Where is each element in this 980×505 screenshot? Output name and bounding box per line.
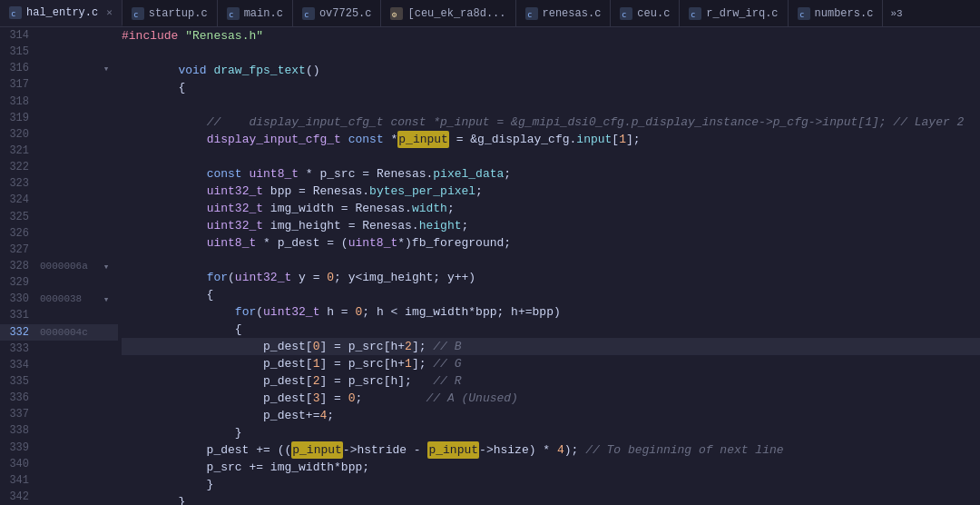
c-file-icon: c	[798, 7, 810, 20]
line-number-317: 317	[0, 78, 36, 91]
svg-text:c: c	[691, 10, 695, 19]
tab-renesas[interactable]: c renesas.c	[516, 0, 612, 26]
addr-330: 0000038	[36, 293, 100, 304]
c-file-icon: c	[302, 7, 315, 20]
gutter-row-336: 336	[0, 390, 118, 406]
code-line-336: p_dest+=4;	[122, 407, 980, 424]
gutter-row-326: 326	[0, 225, 118, 242]
gutter-row-316: 316 ▾	[0, 60, 118, 76]
tab-ov7725[interactable]: c ov7725.c	[293, 0, 382, 26]
gutter-row-323: 323	[0, 175, 118, 192]
tab-ceu-ek-ra8d[interactable]: ⚙ [ceu_ek_ra8d...	[381, 0, 515, 26]
line-number-335: 335	[0, 375, 36, 388]
c-file-icon: c	[227, 7, 240, 20]
code-line-341: }	[122, 493, 980, 505]
code-line-337: }	[122, 424, 980, 441]
tab-startup[interactable]: c startup.c	[122, 0, 218, 26]
svg-text:⚙: ⚙	[391, 10, 397, 19]
code-line-317: {	[122, 79, 980, 96]
line-number-334: 334	[0, 359, 36, 371]
fold-328[interactable]: ▾	[100, 261, 113, 272]
svg-text:c: c	[229, 10, 233, 19]
tab-ceu-label: [ceu_ek_ra8d...	[407, 7, 505, 20]
gutter-row-342: 342	[0, 489, 118, 505]
code-line-316: void draw_fps_text()	[122, 62, 980, 79]
gutter-row-319: 319	[0, 110, 118, 126]
gutter-row-341: 341	[0, 472, 118, 489]
code-line-334: p_dest[2] = p_src[h]; // R	[122, 372, 980, 390]
tab-main-label: main.c	[244, 7, 283, 20]
code-line-319: // display_input_cfg_t const *p_input = …	[122, 114, 980, 131]
addr-328: 0000006a	[36, 261, 100, 272]
c-file-icon: c	[132, 7, 144, 20]
highlight-p-input-338a: p_input	[291, 441, 343, 459]
gutter-row-332: 332 0000004c	[0, 324, 118, 341]
gutter-row-314: 314	[0, 27, 118, 44]
c-file-icon: c	[620, 7, 632, 20]
svg-text:c: c	[133, 10, 138, 19]
c-file-icon: c	[525, 7, 538, 20]
code-line-331: {	[122, 321, 980, 338]
gutter-row-338: 338	[0, 422, 118, 439]
tab-hal-entry[interactable]: c hal_entry.c ✕	[0, 0, 122, 26]
code-line-340: }	[122, 476, 980, 493]
code-line-333: p_dest[1] = p_src[h+1]; // G	[122, 355, 980, 372]
gutter-row-325: 325	[0, 209, 118, 225]
editor: 314 315 316 ▾ 317	[0, 27, 980, 505]
svg-text:c: c	[622, 10, 626, 19]
gutter-row-334: 334	[0, 357, 118, 373]
tab-startup-label: startup.c	[149, 7, 208, 20]
gutter-row-322: 322	[0, 159, 118, 175]
code-line-339: p_src += img_width*bpp;	[122, 459, 980, 476]
code-line-324: uint32_t img_width = Renesas.width;	[122, 200, 980, 217]
highlight-p-input-338b: p_input	[427, 441, 479, 459]
tab-main[interactable]: c main.c	[218, 0, 293, 26]
fold-316[interactable]: ▾	[100, 63, 113, 74]
gutter-row-339: 339	[0, 440, 118, 456]
tab-renesas-label: renesas.c	[543, 7, 602, 20]
fold-330[interactable]: ▾	[100, 293, 113, 305]
code-line-322: const uint8_t * p_src = Renesas.pixel_da…	[122, 165, 980, 183]
tab-hal-entry-close[interactable]: ✕	[106, 6, 113, 18]
code-line-329: {	[122, 286, 980, 303]
gutter-row-340: 340	[0, 456, 118, 472]
tab-ceu[interactable]: c ceu.c	[611, 0, 680, 26]
line-number-338: 338	[0, 424, 36, 437]
code-line-328: for(uint32_t y = 0; y<img_height; y++)	[122, 269, 980, 286]
code-line-318	[122, 96, 980, 114]
tab-ov7725-label: ov7725.c	[319, 7, 372, 20]
gutter-row-335: 335	[0, 373, 118, 390]
gutter-row-328: 328 0000006a ▾	[0, 258, 118, 274]
gutter-row-315: 315	[0, 44, 118, 60]
gutter-row-331: 331	[0, 307, 118, 323]
code-line-330: for(uint32_t h = 0; h < img_width*bpp; h…	[122, 303, 980, 321]
code-line-338: p_dest += ((p_input->hstride - p_input->…	[122, 441, 980, 459]
line-number-342: 342	[0, 490, 36, 503]
line-number-319: 319	[0, 112, 36, 124]
tab-r-drw-irq[interactable]: c r_drw_irq.c	[680, 0, 788, 26]
tab-hal-entry-label: hal_entry.c	[26, 6, 98, 19]
highlight-p-input-320: p_input	[397, 131, 449, 148]
line-number-321: 321	[0, 144, 36, 157]
line-number-330: 330	[0, 292, 36, 305]
svg-text:c: c	[527, 10, 532, 19]
line-number-337: 337	[0, 408, 36, 421]
tab-overflow-label: »3	[890, 8, 902, 19]
window: c hal_entry.c ✕ c startup.c c main.c c	[0, 0, 980, 505]
code-line-326: uint8_t * p_dest = (uint8_t*)fb_foregrou…	[122, 234, 980, 252]
gutter-row-324: 324	[0, 192, 118, 208]
svg-text:c: c	[799, 10, 804, 19]
tab-numbers[interactable]: c numbers.c	[789, 0, 884, 26]
code-line-332: p_dest[0] = p_src[h+2]; // B	[122, 338, 980, 355]
gutter-row-337: 337	[0, 406, 118, 422]
line-number-323: 323	[0, 177, 36, 190]
code-area[interactable]: #include "Renesas.h" void draw_fps_text(…	[118, 27, 980, 505]
line-number-333: 333	[0, 342, 36, 355]
line-number-316: 316	[0, 62, 36, 74]
line-number-341: 341	[0, 474, 36, 487]
line-number-327: 327	[0, 243, 36, 256]
line-number-331: 331	[0, 309, 36, 322]
line-number-339: 339	[0, 441, 36, 454]
tab-overflow[interactable]: »3	[883, 0, 909, 26]
line-number-320: 320	[0, 128, 36, 141]
